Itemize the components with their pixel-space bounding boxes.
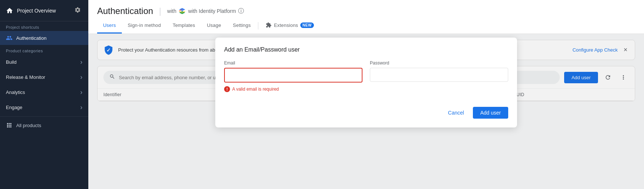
project-title: Project Overview [17, 8, 56, 14]
tabs-divider [258, 22, 258, 29]
release-monitor-label: Release & Monitor [6, 74, 45, 80]
modal-overlay: Add an Email/Password user Email ! A val… [88, 34, 644, 189]
with-label: with [167, 8, 176, 14]
sidebar-category-release-monitor[interactable]: Release & Monitor › [0, 70, 88, 85]
modal-add-user-button[interactable]: Add user [473, 107, 508, 119]
authentication-icon [6, 35, 13, 41]
main-content: Authentication | with with Identity Plat… [88, 0, 644, 189]
help-icon[interactable]: ⓘ [238, 7, 244, 15]
email-error-message: ! A valid email is required [224, 86, 362, 92]
tab-usage[interactable]: Usage [201, 18, 227, 34]
sidebar-header: Project Overview [0, 0, 88, 21]
sidebar-item-all-products[interactable]: All products [0, 118, 88, 132]
grid-icon [6, 122, 13, 129]
modal-actions: Cancel Add user [224, 101, 508, 119]
gear-icon [74, 7, 81, 13]
modal-title: Add an Email/Password user [224, 46, 508, 53]
analytics-chevron-icon: › [80, 88, 82, 96]
title-divider: | [159, 6, 161, 16]
apps-icon [6, 122, 13, 129]
tab-templates[interactable]: Templates [167, 18, 201, 34]
identity-platform-badge: with with Identity Platform ⓘ [167, 7, 244, 15]
tab-settings[interactable]: Settings [227, 18, 257, 34]
page-header: Authentication | with with Identity Plat… [88, 0, 644, 34]
project-shortcuts-label: Project shortcuts [0, 21, 88, 31]
sidebar-category-analytics[interactable]: Analytics › [0, 85, 88, 100]
email-error-text: A valid email is required [232, 87, 279, 92]
engage-label: Engage [6, 105, 22, 110]
modal-form-row: Email ! A valid email is required Passwo… [224, 60, 508, 92]
tab-users[interactable]: Users [97, 18, 122, 34]
all-products-label: All products [16, 123, 41, 128]
tab-extensions[interactable]: Extensions NEW [260, 18, 319, 34]
extensions-icon [266, 22, 272, 28]
build-label: Build [6, 59, 17, 65]
identity-platform-label: with Identity Platform [188, 8, 236, 14]
new-badge: NEW [300, 22, 314, 28]
email-label: Email [224, 60, 362, 66]
tab-extensions-label: Extensions [274, 22, 298, 28]
password-field-group: Password [370, 60, 508, 92]
error-circle-icon: ! [224, 86, 230, 92]
page-title-row: Authentication | with with Identity Plat… [97, 0, 635, 16]
tabs-row: Users Sign-in method Templates Usage Set… [97, 18, 635, 34]
project-overview-link[interactable]: Project Overview [6, 7, 56, 14]
people-icon [6, 35, 13, 41]
analytics-label: Analytics [6, 90, 25, 95]
email-input[interactable] [224, 68, 362, 83]
content-area: ✓ Protect your Authentication resources … [88, 34, 644, 189]
sidebar: Project Overview Project shortcuts Authe… [0, 0, 88, 189]
home-icon [6, 7, 13, 14]
tab-sign-in-method[interactable]: Sign-in method [122, 18, 167, 34]
sidebar-category-engage[interactable]: Engage › [0, 100, 88, 115]
password-label: Password [370, 60, 508, 66]
build-chevron-icon: › [80, 58, 82, 66]
cancel-button[interactable]: Cancel [442, 107, 470, 119]
settings-button[interactable] [73, 5, 82, 16]
release-monitor-chevron-icon: › [80, 73, 82, 81]
gcp-icon [178, 7, 186, 15]
sidebar-item-authentication-label: Authentication [16, 35, 46, 41]
email-field-group: Email ! A valid email is required [224, 60, 362, 92]
sidebar-category-build[interactable]: Build › [0, 55, 88, 70]
page-title: Authentication [97, 6, 153, 16]
add-user-modal: Add an Email/Password user Email ! A val… [215, 38, 517, 127]
sidebar-item-authentication[interactable]: Authentication [0, 31, 88, 45]
password-input[interactable] [370, 68, 508, 82]
engage-chevron-icon: › [80, 104, 82, 111]
product-categories-label: Product categories [0, 45, 88, 55]
